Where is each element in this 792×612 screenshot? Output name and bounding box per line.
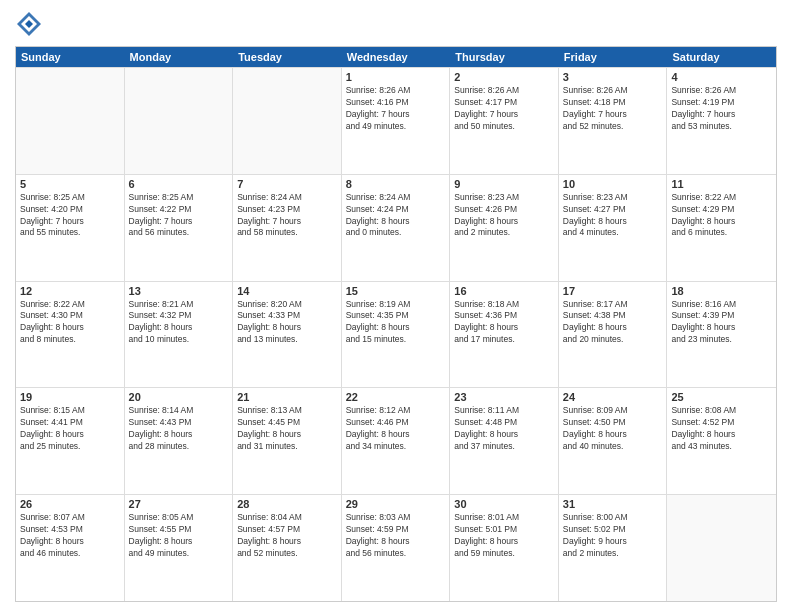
day-info: Sunrise: 8:26 AM Sunset: 4:17 PM Dayligh…	[454, 85, 554, 133]
day-info: Sunrise: 8:13 AM Sunset: 4:45 PM Dayligh…	[237, 405, 337, 453]
day-number: 10	[563, 178, 663, 190]
calendar-cell: 10Sunrise: 8:23 AM Sunset: 4:27 PM Dayli…	[559, 175, 668, 281]
calendar-row-5: 26Sunrise: 8:07 AM Sunset: 4:53 PM Dayli…	[16, 494, 776, 601]
day-number: 12	[20, 285, 120, 297]
day-number: 24	[563, 391, 663, 403]
day-number: 11	[671, 178, 772, 190]
calendar-cell: 18Sunrise: 8:16 AM Sunset: 4:39 PM Dayli…	[667, 282, 776, 388]
day-number: 27	[129, 498, 229, 510]
day-info: Sunrise: 8:04 AM Sunset: 4:57 PM Dayligh…	[237, 512, 337, 560]
day-number: 15	[346, 285, 446, 297]
calendar-cell	[125, 68, 234, 174]
day-number: 25	[671, 391, 772, 403]
day-number: 18	[671, 285, 772, 297]
calendar-cell: 12Sunrise: 8:22 AM Sunset: 4:30 PM Dayli…	[16, 282, 125, 388]
calendar-cell: 16Sunrise: 8:18 AM Sunset: 4:36 PM Dayli…	[450, 282, 559, 388]
day-number: 14	[237, 285, 337, 297]
weekday-header-friday: Friday	[559, 47, 668, 67]
day-number: 6	[129, 178, 229, 190]
day-info: Sunrise: 8:16 AM Sunset: 4:39 PM Dayligh…	[671, 299, 772, 347]
calendar-cell: 9Sunrise: 8:23 AM Sunset: 4:26 PM Daylig…	[450, 175, 559, 281]
day-number: 19	[20, 391, 120, 403]
calendar-cell: 26Sunrise: 8:07 AM Sunset: 4:53 PM Dayli…	[16, 495, 125, 601]
calendar-cell: 22Sunrise: 8:12 AM Sunset: 4:46 PM Dayli…	[342, 388, 451, 494]
day-info: Sunrise: 8:26 AM Sunset: 4:16 PM Dayligh…	[346, 85, 446, 133]
day-info: Sunrise: 8:09 AM Sunset: 4:50 PM Dayligh…	[563, 405, 663, 453]
calendar-cell: 13Sunrise: 8:21 AM Sunset: 4:32 PM Dayli…	[125, 282, 234, 388]
day-number: 17	[563, 285, 663, 297]
calendar-cell: 29Sunrise: 8:03 AM Sunset: 4:59 PM Dayli…	[342, 495, 451, 601]
calendar-cell: 23Sunrise: 8:11 AM Sunset: 4:48 PM Dayli…	[450, 388, 559, 494]
calendar-cell: 25Sunrise: 8:08 AM Sunset: 4:52 PM Dayli…	[667, 388, 776, 494]
header	[15, 10, 777, 38]
calendar-cell: 17Sunrise: 8:17 AM Sunset: 4:38 PM Dayli…	[559, 282, 668, 388]
day-info: Sunrise: 8:23 AM Sunset: 4:26 PM Dayligh…	[454, 192, 554, 240]
calendar-cell: 28Sunrise: 8:04 AM Sunset: 4:57 PM Dayli…	[233, 495, 342, 601]
calendar-row-2: 5Sunrise: 8:25 AM Sunset: 4:20 PM Daylig…	[16, 174, 776, 281]
day-info: Sunrise: 8:01 AM Sunset: 5:01 PM Dayligh…	[454, 512, 554, 560]
logo	[15, 10, 47, 38]
day-number: 3	[563, 71, 663, 83]
day-number: 29	[346, 498, 446, 510]
calendar-body: 1Sunrise: 8:26 AM Sunset: 4:16 PM Daylig…	[16, 67, 776, 601]
calendar-cell: 24Sunrise: 8:09 AM Sunset: 4:50 PM Dayli…	[559, 388, 668, 494]
calendar: SundayMondayTuesdayWednesdayThursdayFrid…	[15, 46, 777, 602]
calendar-header: SundayMondayTuesdayWednesdayThursdayFrid…	[16, 47, 776, 67]
calendar-cell: 19Sunrise: 8:15 AM Sunset: 4:41 PM Dayli…	[16, 388, 125, 494]
calendar-cell: 30Sunrise: 8:01 AM Sunset: 5:01 PM Dayli…	[450, 495, 559, 601]
day-info: Sunrise: 8:26 AM Sunset: 4:19 PM Dayligh…	[671, 85, 772, 133]
calendar-cell: 31Sunrise: 8:00 AM Sunset: 5:02 PM Dayli…	[559, 495, 668, 601]
day-info: Sunrise: 8:07 AM Sunset: 4:53 PM Dayligh…	[20, 512, 120, 560]
day-info: Sunrise: 8:22 AM Sunset: 4:29 PM Dayligh…	[671, 192, 772, 240]
calendar-row-4: 19Sunrise: 8:15 AM Sunset: 4:41 PM Dayli…	[16, 387, 776, 494]
weekday-header-saturday: Saturday	[667, 47, 776, 67]
day-number: 28	[237, 498, 337, 510]
day-number: 22	[346, 391, 446, 403]
calendar-cell: 3Sunrise: 8:26 AM Sunset: 4:18 PM Daylig…	[559, 68, 668, 174]
day-info: Sunrise: 8:21 AM Sunset: 4:32 PM Dayligh…	[129, 299, 229, 347]
calendar-cell: 7Sunrise: 8:24 AM Sunset: 4:23 PM Daylig…	[233, 175, 342, 281]
weekday-header-tuesday: Tuesday	[233, 47, 342, 67]
day-number: 23	[454, 391, 554, 403]
weekday-header-monday: Monday	[125, 47, 234, 67]
weekday-header-wednesday: Wednesday	[342, 47, 451, 67]
day-number: 30	[454, 498, 554, 510]
day-info: Sunrise: 8:25 AM Sunset: 4:20 PM Dayligh…	[20, 192, 120, 240]
day-info: Sunrise: 8:24 AM Sunset: 4:24 PM Dayligh…	[346, 192, 446, 240]
calendar-cell	[16, 68, 125, 174]
calendar-cell: 11Sunrise: 8:22 AM Sunset: 4:29 PM Dayli…	[667, 175, 776, 281]
day-number: 21	[237, 391, 337, 403]
weekday-header-sunday: Sunday	[16, 47, 125, 67]
day-number: 31	[563, 498, 663, 510]
calendar-cell: 1Sunrise: 8:26 AM Sunset: 4:16 PM Daylig…	[342, 68, 451, 174]
calendar-cell	[233, 68, 342, 174]
calendar-row-1: 1Sunrise: 8:26 AM Sunset: 4:16 PM Daylig…	[16, 67, 776, 174]
day-info: Sunrise: 8:19 AM Sunset: 4:35 PM Dayligh…	[346, 299, 446, 347]
day-info: Sunrise: 8:20 AM Sunset: 4:33 PM Dayligh…	[237, 299, 337, 347]
day-info: Sunrise: 8:00 AM Sunset: 5:02 PM Dayligh…	[563, 512, 663, 560]
day-info: Sunrise: 8:25 AM Sunset: 4:22 PM Dayligh…	[129, 192, 229, 240]
day-number: 9	[454, 178, 554, 190]
day-number: 13	[129, 285, 229, 297]
calendar-cell: 20Sunrise: 8:14 AM Sunset: 4:43 PM Dayli…	[125, 388, 234, 494]
calendar-cell: 27Sunrise: 8:05 AM Sunset: 4:55 PM Dayli…	[125, 495, 234, 601]
day-info: Sunrise: 8:26 AM Sunset: 4:18 PM Dayligh…	[563, 85, 663, 133]
day-info: Sunrise: 8:11 AM Sunset: 4:48 PM Dayligh…	[454, 405, 554, 453]
day-number: 20	[129, 391, 229, 403]
day-number: 16	[454, 285, 554, 297]
calendar-cell: 6Sunrise: 8:25 AM Sunset: 4:22 PM Daylig…	[125, 175, 234, 281]
day-number: 5	[20, 178, 120, 190]
calendar-cell: 5Sunrise: 8:25 AM Sunset: 4:20 PM Daylig…	[16, 175, 125, 281]
day-info: Sunrise: 8:18 AM Sunset: 4:36 PM Dayligh…	[454, 299, 554, 347]
day-number: 1	[346, 71, 446, 83]
page: SundayMondayTuesdayWednesdayThursdayFrid…	[0, 0, 792, 612]
day-info: Sunrise: 8:12 AM Sunset: 4:46 PM Dayligh…	[346, 405, 446, 453]
logo-icon	[15, 10, 43, 38]
day-info: Sunrise: 8:15 AM Sunset: 4:41 PM Dayligh…	[20, 405, 120, 453]
day-number: 26	[20, 498, 120, 510]
day-info: Sunrise: 8:22 AM Sunset: 4:30 PM Dayligh…	[20, 299, 120, 347]
day-info: Sunrise: 8:08 AM Sunset: 4:52 PM Dayligh…	[671, 405, 772, 453]
day-number: 8	[346, 178, 446, 190]
day-info: Sunrise: 8:23 AM Sunset: 4:27 PM Dayligh…	[563, 192, 663, 240]
calendar-cell: 8Sunrise: 8:24 AM Sunset: 4:24 PM Daylig…	[342, 175, 451, 281]
